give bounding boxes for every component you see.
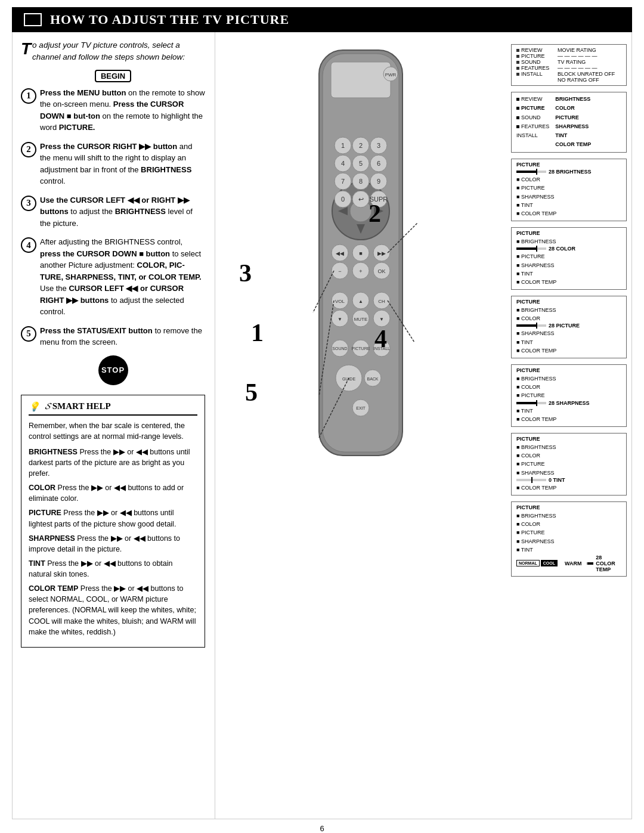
step-2-number: 2 (21, 142, 36, 157)
sh-brightness: BRIGHTNESS Press the ▶▶ or ◀◀ buttons un… (29, 447, 197, 479)
remote-control-svg: PWR (301, 44, 420, 462)
svg-text:PICTURE: PICTURE (352, 346, 370, 351)
svg-text:▼: ▼ (338, 317, 342, 322)
lightbulb-icon: 💡 (29, 401, 40, 412)
step-overlay-1: 1 (251, 318, 264, 347)
svg-text:VOL: VOL (335, 299, 345, 304)
main-layout: To adjust your TV picture controls, sele… (12, 32, 632, 819)
step-1-content: Press the MENU button on the remote to s… (40, 87, 205, 134)
smart-help-section: 💡 𝓢 Smart Help Remember, when the bar sc… (21, 395, 205, 648)
svg-text:■: ■ (359, 250, 362, 256)
svg-text:EXIT: EXIT (356, 406, 366, 410)
menu-panel-sharpness: PICTURE ■ BRIGHTNESS ■ COLOR ■ PICTURE 2… (511, 364, 627, 427)
step-2-content: Press the CURSOR RIGHT ▶▶ button and the… (40, 141, 205, 187)
step-4-content: After adjusting the BRIGHTNESS control, … (40, 236, 205, 318)
sh-sharpness: SHARPNESS Press the ▶▶ or ◀◀ buttons to … (29, 533, 197, 555)
svg-text:GUIDE: GUIDE (342, 377, 356, 381)
svg-text:3: 3 (377, 142, 380, 149)
svg-text:2: 2 (359, 142, 363, 149)
step-2: 2 Press the CURSOR RIGHT ▶▶ button and t… (21, 141, 205, 187)
step-4-number: 4 (21, 237, 36, 253)
menu-panel-tint: PICTURE ■ BRIGHTNESS ■ COLOR ■ PICTURE ■… (511, 433, 627, 496)
svg-text:MUTE: MUTE (354, 317, 368, 322)
svg-text:1: 1 (341, 142, 345, 149)
step-1-number: 1 (21, 88, 36, 104)
svg-text:0: 0 (341, 196, 345, 203)
step-3-number: 3 (21, 196, 36, 211)
sh-tint: TINT Press the ▶▶ or ◀◀ buttons to obtai… (29, 558, 197, 580)
svg-text:BACK: BACK (367, 377, 378, 381)
step-4: 4 After adjusting the BRIGHTNESS control… (21, 236, 205, 318)
sh-color: COLOR Press the ▶▶ or ◀◀ buttons to add … (29, 482, 197, 504)
step-1: 1 Press the MENU button on the remote to… (21, 87, 205, 134)
step-3-content: Use the CURSOR LEFT ◀◀ or RIGHT ▶▶ butto… (40, 194, 205, 230)
svg-text:7: 7 (341, 178, 345, 185)
svg-text:−: − (338, 268, 341, 274)
smart-help-title: 💡 𝓢 Smart Help (29, 401, 197, 416)
step-3: 3 Use the CURSOR LEFT ◀◀ or RIGHT ▶▶ but… (21, 194, 205, 230)
left-panel: To adjust your TV picture controls, sele… (13, 32, 215, 819)
svg-text:9: 9 (377, 178, 380, 185)
svg-text:5: 5 (359, 160, 363, 167)
menu-panel-picture: PICTURE ■ BRIGHTNESS ■ COLOR 28 PICTURE … (511, 296, 627, 358)
menu-panel-main: REVIEWMOVIE RATING PICTURE— — — — — — SO… (511, 44, 627, 86)
svg-text:▲: ▲ (358, 299, 363, 304)
intro-text: To adjust your TV picture controls, sele… (21, 39, 205, 64)
page-header: How to Adjust the TV Picture (12, 7, 632, 32)
menu-panel-colortemp: PICTURE ■ BRIGHTNESS ■ COLOR ■ PICTURE ■… (511, 501, 627, 577)
svg-text:CH: CH (378, 299, 385, 304)
step-5-content: Press the STATUS/EXIT button to remove t… (40, 325, 205, 348)
svg-text:6: 6 (377, 160, 380, 167)
tv-icon (24, 13, 42, 26)
sh-color-temp: COLOR TEMP Press the ▶▶ or ◀◀ buttons to… (29, 583, 197, 637)
svg-text:+: + (359, 268, 362, 274)
svg-rect-2 (331, 62, 391, 98)
svg-text:SOUND: SOUND (332, 346, 347, 351)
step-overlay-3: 3 (239, 259, 252, 287)
menu-panel-brightness: PICTURE 28 BRIGHTNESS ■ COLOR ■ PICTURE … (511, 159, 627, 221)
svg-text:▶▶: ▶▶ (377, 250, 386, 256)
drop-cap: T (21, 41, 31, 57)
panels-area: REVIEWMOVIE RATING PICTURE— — — — — — SO… (506, 32, 631, 819)
step-overlay-5: 5 (245, 378, 258, 407)
right-area: 1 2 3 4 5 PWR (215, 32, 631, 819)
svg-text:PWR: PWR (385, 72, 397, 78)
begin-badge: BEGIN (95, 70, 131, 82)
menu-panel-color: PICTURE ■ BRIGHTNESS 28 COLOR ■ PICTURE … (511, 227, 627, 290)
step-overlay-4: 4 (374, 324, 387, 353)
svg-text:▼: ▼ (379, 317, 384, 322)
svg-text:OK: OK (377, 268, 385, 274)
smart-help-intro: Remember, when the bar scale is centered… (29, 420, 197, 442)
step-overlay-2: 2 (369, 199, 381, 228)
svg-text:↩: ↩ (358, 196, 364, 203)
menu-panel-nav: REVIEW PICTURE SOUND FEATURES INSTALL BR… (511, 92, 627, 153)
page-number: 6 (0, 819, 644, 833)
page-title: How to Adjust the TV Picture (50, 12, 289, 27)
step-5: 5 Press the STATUS/EXIT button to remove… (21, 325, 205, 348)
remote-area: 1 2 3 4 5 PWR (215, 32, 506, 819)
step-5-number: 5 (21, 326, 36, 342)
svg-text:4: 4 (341, 160, 345, 167)
smart-help-label: 𝓢 Smart Help (45, 401, 111, 411)
svg-text:8: 8 (359, 178, 363, 185)
stop-badge: STOP (98, 355, 128, 385)
sh-picture: PICTURE Press the ▶▶ or ◀◀ buttons until… (29, 507, 197, 529)
svg-text:◀◀: ◀◀ (336, 250, 344, 256)
